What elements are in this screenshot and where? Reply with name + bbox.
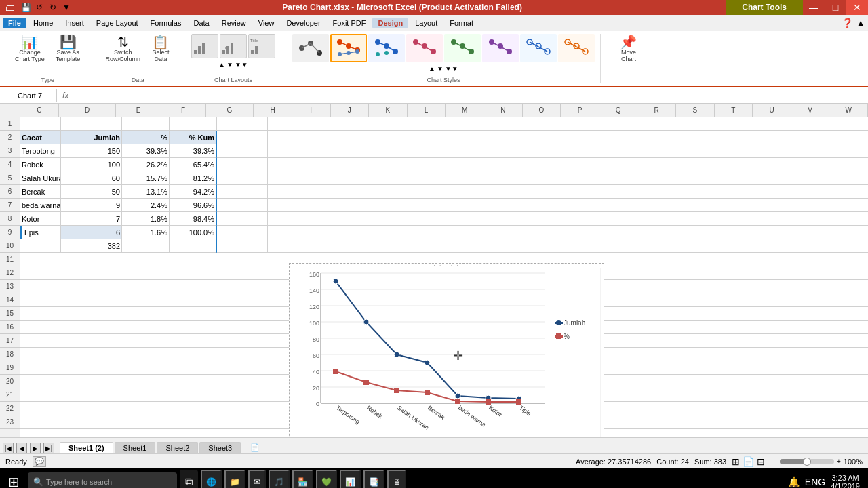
sheet-tab-3[interactable]: Sheet3	[199, 442, 241, 453]
style-swatch-1[interactable]	[292, 34, 329, 62]
menu-home[interactable]: Home	[28, 18, 58, 28]
layout-scroll-more[interactable]: ▼▼	[235, 61, 248, 68]
cell-D2[interactable]: Jumlah	[61, 131, 122, 144]
cell-C3[interactable]: Terpotong	[20, 144, 61, 158]
cell-D10[interactable]: 382	[61, 239, 122, 253]
zoom-slider[interactable]	[780, 459, 834, 464]
taskbar-explorer-btn[interactable]: 📁	[224, 470, 245, 488]
row-2[interactable]: 2	[0, 131, 20, 144]
cell-E1[interactable]	[122, 117, 170, 131]
cell-F2[interactable]: % Kum	[170, 131, 217, 144]
page-layout-btn[interactable]: 📄	[743, 456, 754, 467]
row-6[interactable]: 6	[0, 185, 20, 199]
cell-rest-7[interactable]	[268, 199, 868, 212]
col-header-V[interactable]: V	[791, 104, 830, 117]
cell-rest-2[interactable]	[268, 131, 868, 144]
menu-foxit[interactable]: Foxit PDF	[328, 18, 372, 28]
taskbar-clock[interactable]: 3:23 AM 4/1/2019	[831, 474, 860, 488]
cell-D5[interactable]: 60	[61, 171, 122, 185]
sheet-tab-2[interactable]: Sheet2	[157, 442, 198, 453]
taskbar-mail-btn[interactable]: ✉	[248, 470, 266, 488]
cell-G3[interactable]	[217, 144, 268, 158]
menu-layout[interactable]: Layout	[410, 18, 443, 28]
taskbar-extra-btn[interactable]: 🖥	[387, 470, 406, 488]
col-header-C[interactable]: C	[20, 104, 59, 117]
layout-scroll-up[interactable]: ▲	[218, 61, 225, 68]
col-header-I[interactable]: I	[292, 104, 331, 117]
cell-F3[interactable]: 39.3%	[170, 144, 217, 158]
row-8[interactable]: 8	[0, 212, 20, 226]
col-header-S[interactable]: S	[676, 104, 715, 117]
row-23[interactable]: 23	[0, 415, 20, 429]
sheet-tab-1-2[interactable]: Sheet1 (2)	[60, 442, 113, 453]
sheet-first-btn[interactable]: |◀	[3, 443, 14, 453]
cell-rest-6[interactable]	[268, 185, 868, 199]
col-header-O[interactable]: O	[523, 104, 561, 117]
taskbar-excel-btn[interactable]: 📊	[340, 470, 361, 488]
menu-format[interactable]: Format	[444, 18, 479, 28]
cell-ref-input[interactable]	[3, 89, 57, 102]
cell-rest-5[interactable]	[268, 171, 868, 185]
menu-developer[interactable]: Developer	[281, 18, 326, 28]
change-chart-type-btn[interactable]: 📊 ChangeChart Type	[11, 34, 49, 64]
layout-swatch-3[interactable]: Title	[248, 34, 275, 58]
cell-F1[interactable]	[170, 117, 217, 131]
cell-E2[interactable]: %	[122, 131, 170, 144]
save-btn[interactable]: 💾	[19, 1, 33, 14]
switch-row-col-btn[interactable]: ⇅ SwitchRow/Column	[101, 34, 144, 64]
zoom-in-btn[interactable]: +	[837, 458, 841, 465]
style-scroll-down[interactable]: ▼	[437, 65, 443, 73]
row-21[interactable]: 21	[0, 388, 20, 402]
menu-data[interactable]: Data	[188, 18, 214, 28]
cell-E5[interactable]: 15.7%	[122, 171, 170, 185]
task-view-btn[interactable]: ⧉	[180, 470, 198, 488]
cell-E4[interactable]: 26.2%	[122, 158, 170, 171]
row-4[interactable]: 4	[0, 158, 20, 171]
formula-input[interactable]	[83, 89, 865, 102]
row-19[interactable]: 19	[0, 361, 20, 375]
col-header-W[interactable]: W	[829, 104, 868, 117]
cell-E9[interactable]: 1.6%	[122, 226, 170, 239]
save-as-template-btn[interactable]: 💾 Save AsTemplate	[52, 34, 85, 64]
row-14[interactable]: 14	[0, 293, 20, 307]
style-scroll-more[interactable]: ▼▼	[445, 65, 458, 73]
cell-C2[interactable]: Cacat	[20, 131, 61, 144]
cell-rest-9[interactable]	[268, 226, 868, 239]
style-swatch-7[interactable]	[520, 34, 557, 62]
cell-C4[interactable]: Robek	[20, 158, 61, 171]
cell-C9[interactable]: Tipis	[20, 226, 61, 239]
row-20[interactable]: 20	[0, 375, 20, 388]
maximize-btn[interactable]: □	[825, 0, 846, 15]
cell-C8[interactable]: Kotor	[20, 212, 61, 226]
status-icon-btn[interactable]: 💬	[33, 456, 46, 467]
col-header-R[interactable]: R	[637, 104, 676, 117]
cell-D7[interactable]: 9	[61, 199, 122, 212]
cell-C1[interactable]	[20, 117, 61, 131]
taskbar-notification-icon[interactable]: 🔔	[788, 476, 800, 487]
cell-G5[interactable]	[217, 171, 268, 185]
cell-G9[interactable]	[217, 226, 268, 239]
cell-rest-8[interactable]	[268, 212, 868, 226]
sheet-tab-1[interactable]: Sheet1	[115, 442, 156, 453]
col-header-G[interactable]: G	[206, 104, 254, 117]
cell-E10[interactable]	[122, 239, 170, 253]
style-swatch-5[interactable]	[444, 34, 481, 62]
row-7[interactable]: 7	[0, 199, 20, 212]
cell-rest-10[interactable]	[268, 239, 868, 253]
row-10[interactable]: 10	[0, 239, 20, 253]
cell-G10[interactable]	[217, 239, 268, 253]
menu-file[interactable]: File	[3, 18, 26, 28]
row-5[interactable]: 5	[0, 171, 20, 185]
sheet-tab-new[interactable]: 📄	[242, 442, 268, 453]
zoom-thumb[interactable]	[803, 458, 811, 466]
taskbar-music-btn[interactable]: 🎵	[269, 470, 290, 488]
cell-F8[interactable]: 98.4%	[170, 212, 217, 226]
cell-G2[interactable]	[217, 131, 268, 144]
zoom-out-btn[interactable]: —	[770, 458, 777, 465]
sheet-prev-btn[interactable]: ◀	[16, 443, 27, 453]
style-swatch-8[interactable]	[558, 34, 595, 62]
menu-insert[interactable]: Insert	[60, 18, 90, 28]
start-button[interactable]: ⊞	[3, 470, 25, 488]
help-icon[interactable]: ❓	[842, 18, 853, 28]
col-header-H[interactable]: H	[254, 104, 292, 117]
